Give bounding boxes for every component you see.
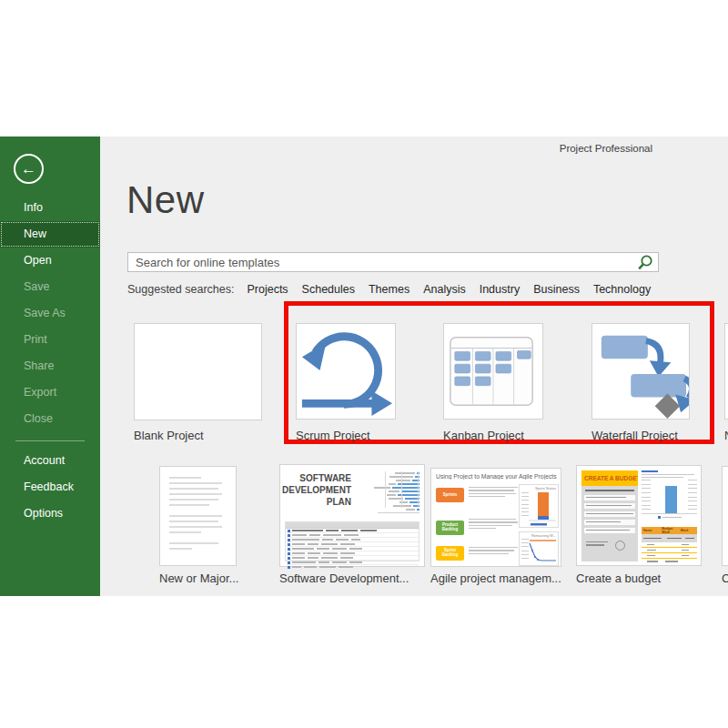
agile-text-block (469, 547, 519, 556)
template-tile-new-or-major[interactable] (159, 466, 237, 566)
template-tile-create-budget[interactable]: CREATE A BUDGET (576, 465, 702, 566)
template-tile-kanban-project[interactable] (443, 323, 543, 420)
budget-steps-panel: CREATE A BUDGET (581, 470, 638, 561)
waterfall-icon (592, 324, 689, 419)
app-name-badge: Project Professional (560, 143, 652, 154)
product-backlog-badge: Product Backlog (436, 521, 464, 535)
budget-bar-chart (642, 480, 697, 514)
backstage-screen: ← Info New Open Save Save As Print Share… (0, 0, 728, 728)
template-label-partial-row1: N (724, 429, 728, 442)
sidebar-item-account[interactable]: Account (0, 448, 100, 474)
agile-thumbnail-title: Using Project to Manage your Agile Proje… (436, 473, 557, 480)
template-label-software-development: Software Development... (279, 571, 409, 585)
sidebar-item-share: Share (0, 353, 100, 379)
sidebar-item-feedback[interactable]: Feedback (0, 474, 100, 500)
template-tile-agile-project[interactable]: Using Project to Manage your Agile Proje… (430, 468, 561, 567)
suggested-searches: Suggested searches:ProjectsSchedulesThem… (127, 283, 664, 296)
template-tile-partial-row1[interactable] (724, 323, 728, 420)
template-tile-blank-project[interactable] (134, 323, 262, 420)
template-label-waterfall-project: Waterfall Project (592, 429, 678, 442)
budget-table-mini: NameBudget WorkWork (642, 527, 697, 561)
template-label-scrum-project: Scrum Project (296, 429, 370, 442)
kanban-icon (444, 324, 542, 419)
sidebar-item-info[interactable]: Info (0, 195, 100, 221)
suggested-link-schedules[interactable]: Schedules (302, 283, 355, 296)
suggested-link-projects[interactable]: Projects (247, 283, 288, 296)
watch-demo-block (584, 539, 635, 555)
back-button[interactable]: ← (14, 154, 44, 184)
sidebar-item-save: Save (0, 274, 100, 300)
sprint-status-mini-chart: Sprint Status (519, 484, 559, 528)
backstage-view: ← Info New Open Save Save As Print Share… (0, 136, 728, 596)
suggested-link-industry[interactable]: Industry (480, 283, 520, 296)
search-icon[interactable] (636, 254, 654, 272)
task-table-mini (285, 521, 420, 561)
sidebar-item-open[interactable]: Open (0, 248, 100, 274)
sidebar-item-options[interactable]: Options (0, 500, 100, 527)
template-label-partial-row2: C (722, 571, 728, 585)
budget-chart-panel: NameBudget WorkWork (642, 470, 697, 561)
agile-text-block (469, 487, 519, 500)
template-label-agile-project: Agile project managem... (430, 571, 561, 585)
sidebar-item-close: Close (0, 406, 100, 432)
template-tile-scrum-project[interactable] (296, 323, 396, 420)
sidebar-item-print: Print (0, 327, 100, 353)
template-label-create-budget: Create a budget (576, 571, 661, 585)
suggested-link-business[interactable]: Business (533, 283, 580, 296)
back-arrow-icon: ← (21, 160, 36, 177)
backstage-sidebar: ← Info New Open Save Save As Print Share… (0, 136, 100, 596)
remaining-work-mini-chart: Remaining W... (519, 531, 559, 566)
search-input[interactable] (128, 253, 658, 271)
suggested-searches-label: Suggested searches: (127, 283, 234, 296)
template-search-box (127, 252, 659, 272)
sidebar-item-save-as: Save As (0, 300, 100, 327)
new-template-panel: Project Professional New Suggested searc… (100, 136, 728, 596)
sidebar-item-new[interactable]: New (0, 221, 100, 248)
suggested-link-themes[interactable]: Themes (369, 283, 410, 296)
sidebar-divider (15, 440, 85, 441)
template-label-new-or-major: New or Major... (159, 571, 238, 585)
backstage-nav: Info New Open Save Save As Print Share E… (0, 195, 100, 527)
scrum-icon (297, 324, 395, 419)
sprints-badge: Sprints (436, 488, 464, 502)
suggested-link-analysis[interactable]: Analysis (423, 283, 466, 296)
agile-text-block (469, 519, 519, 531)
sprint-backlog-badge: Sprint Backlog (436, 546, 464, 561)
template-tile-waterfall-project[interactable] (592, 323, 690, 420)
template-label-kanban-project: Kanban Project (443, 429, 524, 442)
template-label-blank-project: Blank Project (134, 429, 204, 442)
template-tile-partial-row2[interactable] (722, 466, 728, 566)
suggested-link-technology[interactable]: Technology (593, 283, 651, 296)
software-plan-title: SOFTWARE DEVELOPMENT PLAN (282, 472, 351, 508)
page-title: New (126, 178, 205, 222)
sidebar-item-export: Export (0, 379, 100, 406)
gantt-mini-chart (354, 471, 420, 513)
document-thumbnail (160, 467, 236, 563)
template-tile-software-development[interactable]: SOFTWARE DEVELOPMENT PLAN (279, 464, 425, 567)
budget-thumbnail-title: CREATE A BUDGET (581, 470, 638, 486)
